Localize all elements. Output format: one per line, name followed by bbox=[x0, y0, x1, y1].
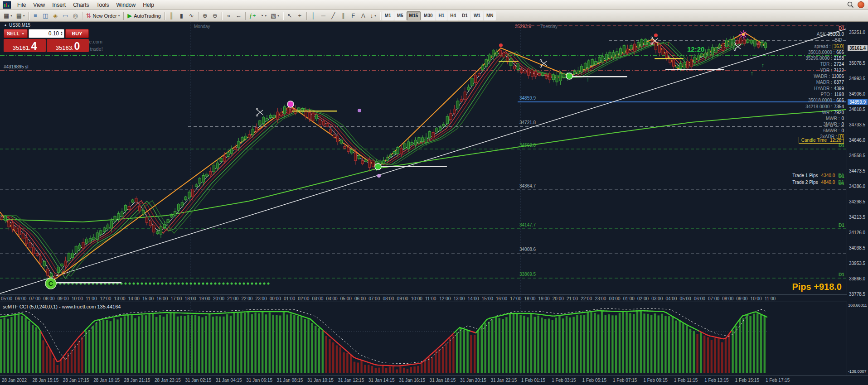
time-axis-label: 07:00 bbox=[29, 296, 40, 301]
new-order-button[interactable]: ⇅New Order▾ bbox=[84, 11, 122, 20]
time-axis-label: 02:00 bbox=[298, 296, 309, 301]
indicators-button[interactable]: ƒ+ bbox=[247, 11, 258, 20]
time-axis-label: 18:00 bbox=[185, 296, 196, 301]
autotrading-icon: ▶ bbox=[127, 13, 132, 19]
arrows-button[interactable]: ↓▾ bbox=[369, 11, 378, 20]
dropdown-icon[interactable]: ▾ bbox=[265, 14, 267, 18]
dropdown-icon[interactable]: ▾ bbox=[118, 14, 120, 18]
timeframe-m1-button[interactable]: M1 bbox=[382, 11, 394, 20]
timeframe-w1-button[interactable]: W1 bbox=[471, 11, 483, 20]
new-chart-icon: ▦ bbox=[4, 13, 9, 19]
vertical-line-button[interactable]: │ bbox=[309, 11, 318, 20]
dropdown-icon[interactable]: ▾ bbox=[374, 14, 376, 18]
time-axis[interactable]: 05:0006:0007:0008:0009:0010:0011:0012:00… bbox=[0, 294, 847, 302]
volume-spinner[interactable]: ▲▼ bbox=[60, 31, 63, 36]
time-axis-label: 20:00 bbox=[553, 296, 564, 301]
timeframe-d1-button[interactable]: D1 bbox=[459, 11, 470, 20]
dropdown-icon[interactable]: ▾ bbox=[23, 14, 25, 18]
toolbar-separator bbox=[245, 12, 246, 20]
crosshair-button[interactable]: + bbox=[295, 11, 305, 20]
svg-text:D1: D1 bbox=[839, 272, 844, 277]
menu-item-window[interactable]: Window bbox=[113, 1, 140, 9]
sell-price[interactable]: 35161.4 bbox=[4, 39, 46, 52]
new-chart-button[interactable]: ▦▾ bbox=[2, 11, 14, 20]
vertical-line-icon: │ bbox=[311, 13, 315, 19]
time-axis-label: 07:00 bbox=[369, 296, 380, 301]
channel-icon: ∥ bbox=[342, 13, 345, 19]
price-axis-label: 35251.0 bbox=[849, 30, 865, 35]
menu-item-insert[interactable]: Insert bbox=[48, 1, 69, 9]
candle-countdown: 12:20 bbox=[687, 45, 704, 53]
svg-text:D1: D1 bbox=[839, 223, 844, 228]
up-arrow-icon: ↑ bbox=[587, 76, 590, 83]
timeframe-h4-button[interactable]: H4 bbox=[447, 11, 459, 20]
date-axis-label: 1 Feb 07:15 bbox=[613, 378, 637, 383]
auto-scroll-icon: » bbox=[227, 13, 230, 19]
info-row: PTO :1198 bbox=[821, 92, 844, 97]
chart-area[interactable]: ↑↑↑↑↑↓↓CMonday35293.9Tuesday34859.934721… bbox=[0, 22, 847, 294]
up-arrow-icon: ↑ bbox=[61, 268, 64, 275]
chart-shift-button[interactable]: ← bbox=[234, 11, 243, 20]
time-axis-label: 10:00 bbox=[751, 296, 762, 301]
text-button[interactable]: A bbox=[359, 11, 368, 20]
time-axis-label: 08:00 bbox=[44, 296, 55, 301]
sell-dropdown-icon[interactable]: ▼ bbox=[21, 32, 24, 35]
zoom-in-button[interactable]: ⊕ bbox=[200, 11, 210, 20]
svg-text:34721.8: 34721.8 bbox=[519, 120, 536, 125]
search-icon[interactable] bbox=[847, 1, 854, 8]
trade-pips: Trade 1 Pips4340.0D1Trade 2 Pips4840.0D1 bbox=[792, 173, 844, 185]
buy-price[interactable]: 35163.0 bbox=[47, 39, 89, 52]
dropdown-icon[interactable]: ▾ bbox=[10, 14, 12, 18]
price-axis[interactable]: 35251.035161.435078.534993.534906.034859… bbox=[847, 22, 868, 294]
time-axis-label: 22:00 bbox=[581, 296, 592, 301]
buy-button[interactable]: BUY bbox=[65, 29, 89, 38]
periods-button[interactable]: ◔▾ bbox=[258, 11, 268, 20]
menu-item-file[interactable]: File bbox=[14, 1, 29, 9]
price-chart[interactable]: ↑↑↑↑↑↓↓CMonday35293.9Tuesday34859.934721… bbox=[0, 22, 847, 294]
sell-button[interactable]: SELL ▼ bbox=[4, 29, 28, 38]
autotrading-button[interactable]: ▶AutoTrading bbox=[126, 11, 163, 20]
navigator-button[interactable]: ◈ bbox=[51, 11, 60, 20]
terminal-button[interactable]: ▭ bbox=[61, 11, 70, 20]
svg-text:34008.6: 34008.6 bbox=[519, 247, 536, 252]
menu-item-help[interactable]: Help bbox=[139, 1, 158, 9]
channel-button[interactable]: ∥ bbox=[339, 11, 348, 20]
cci-indicator-panel[interactable]: scMTF CCI (5,0,240,0,1) - www.truetl.com… bbox=[0, 302, 847, 375]
auto-scroll-button[interactable]: » bbox=[224, 11, 233, 20]
chart-tab-arrow-icon: ▲ bbox=[4, 23, 7, 27]
sell-button-label: SELL bbox=[7, 31, 19, 36]
time-axis-label: 17:00 bbox=[510, 296, 521, 301]
candlestick-chart-button[interactable]: ▮ bbox=[177, 11, 186, 20]
bar-chart-button[interactable]: ║ bbox=[167, 11, 176, 20]
date-axis-label: 31 Jan 02:15 bbox=[185, 378, 211, 383]
timeframe-m15-button[interactable]: M15 bbox=[407, 11, 421, 20]
time-axis-label: 07:00 bbox=[708, 296, 719, 301]
cursor-button[interactable]: ↖ bbox=[285, 11, 295, 20]
timeframe-m5-button[interactable]: M5 bbox=[394, 11, 406, 20]
notifications-icon[interactable] bbox=[858, 1, 864, 8]
chart-tab[interactable]: ▲ US30,M15 bbox=[4, 23, 30, 28]
timeframe-m30-button[interactable]: M30 bbox=[421, 11, 435, 20]
cci-axis-max: 168.66311 bbox=[848, 303, 867, 308]
menu-item-tools[interactable]: Tools bbox=[93, 1, 113, 9]
cci-indicator-label: scMTF CCI (5,0,240,0,1) - www.truetl.com… bbox=[3, 304, 121, 309]
timeframe-mn-button[interactable]: MN bbox=[484, 11, 496, 20]
strategy-tester-button[interactable]: ◎ bbox=[71, 11, 80, 20]
price-axis-label: 34213.5 bbox=[849, 215, 865, 220]
dropdown-icon[interactable]: ▾ bbox=[277, 14, 279, 18]
menu-item-view[interactable]: View bbox=[29, 1, 48, 9]
date-axis-label: 31 Jan 20:15 bbox=[460, 378, 486, 383]
menu-item-charts[interactable]: Charts bbox=[69, 1, 92, 9]
zoom-out-button[interactable]: ⊖ bbox=[210, 11, 220, 20]
data-window-button[interactable]: ◫ bbox=[41, 11, 50, 20]
time-axis-label: 06:00 bbox=[694, 296, 705, 301]
horizontal-line-button[interactable]: ─ bbox=[319, 11, 328, 20]
line-chart-button[interactable]: ∿ bbox=[187, 11, 196, 20]
profiles-button[interactable]: ▤▾ bbox=[15, 11, 27, 20]
market-watch-button[interactable]: ≡ bbox=[31, 11, 40, 20]
trendline-button[interactable]: ╱ bbox=[329, 11, 338, 20]
volume-input[interactable]: 0.10 ▲▼ bbox=[29, 29, 64, 38]
fibonacci-button[interactable]: F bbox=[349, 11, 358, 20]
templates-button[interactable]: ▧▾ bbox=[269, 11, 281, 20]
timeframe-h1-button[interactable]: H1 bbox=[436, 11, 447, 20]
